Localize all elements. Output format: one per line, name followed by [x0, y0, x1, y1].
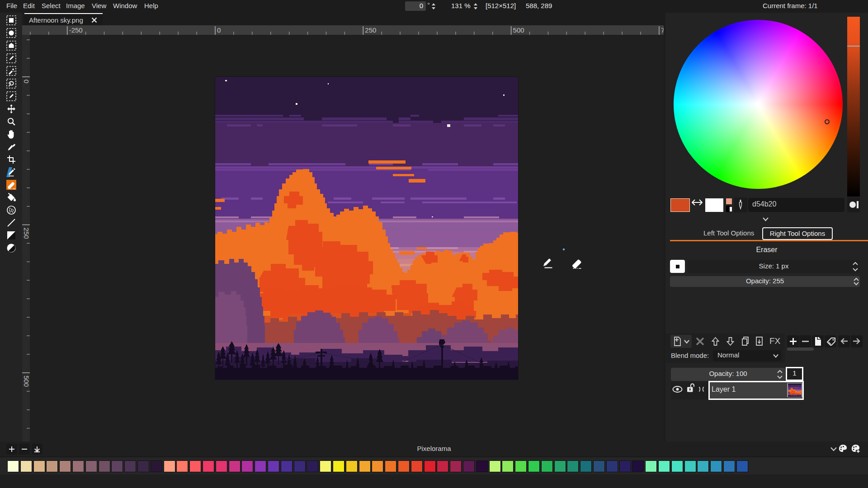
svg-text:0: 0: [217, 26, 221, 34]
svg-text:-250: -250: [69, 26, 83, 34]
svg-text:0: 0: [23, 80, 30, 83]
svg-text:250: 250: [365, 26, 376, 34]
svg-text:500: 500: [23, 375, 30, 387]
svg-text:500: 500: [513, 26, 524, 34]
svg-text:250: 250: [23, 228, 30, 239]
